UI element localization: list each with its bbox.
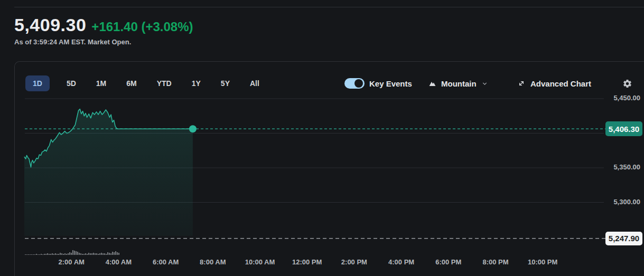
range-tab-5y[interactable]: 5Y [218, 75, 233, 91]
expand-arrow-icon [517, 79, 526, 88]
range-tabs: 1D5D1M6MYTD1Y5YAll [25, 74, 263, 92]
current-price: 5,409.30 [14, 15, 86, 35]
range-tab-1m[interactable]: 1M [93, 75, 109, 91]
toggle-knob [354, 79, 363, 88]
advanced-chart-label: Advanced Chart [530, 79, 591, 88]
page: { "colors": { "background": "#15171a", "… [0, 0, 644, 276]
quote-header: 5,409.30+161.40 (+3.08%) [14, 15, 193, 35]
header-divider [14, 7, 644, 7]
key-events-toggle[interactable] [344, 78, 365, 89]
chart-type-dropdown[interactable]: Mountain [428, 74, 488, 92]
chart-plot-area[interactable] [25, 95, 604, 249]
key-events-label: Key Events [369, 79, 412, 88]
range-tab-1y[interactable]: 1Y [189, 75, 204, 91]
advanced-chart-link[interactable]: Advanced Chart [517, 74, 591, 92]
chart-type-label: Mountain [441, 79, 477, 88]
chart-toolbar: 1D5D1M6MYTD1Y5YAll Key Events Mountain A… [15, 74, 644, 92]
gear-icon [622, 79, 632, 89]
settings-button[interactable] [622, 74, 632, 92]
chevron-down-icon [481, 80, 488, 87]
key-events-toggle-group[interactable]: Key Events [344, 74, 412, 92]
range-tab-all[interactable]: All [247, 75, 263, 91]
range-tab-5d[interactable]: 5D [63, 75, 79, 91]
range-tab-1d[interactable]: 1D [25, 75, 50, 91]
range-tab-ytd[interactable]: YTD [154, 75, 175, 91]
as-of-timestamp: As of 3:59:24 AM EST. Market Open. [14, 38, 131, 46]
price-change: +161.40 (+3.08%) [91, 20, 193, 34]
range-tab-6m[interactable]: 6M [123, 75, 139, 91]
mountain-icon [428, 80, 436, 88]
